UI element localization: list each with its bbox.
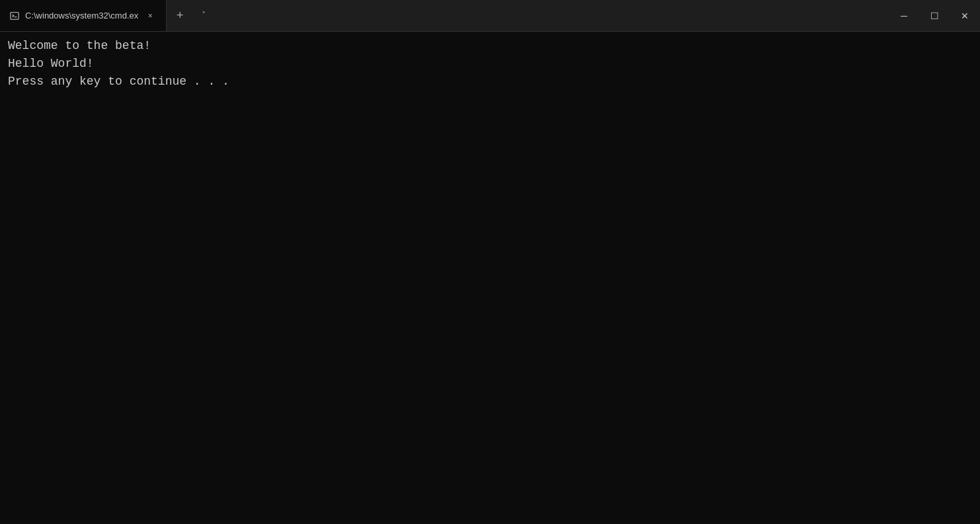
terminal-body[interactable]: Welcome to the beta! Hello World! Press … (0, 32, 980, 524)
window-controls: ─ ☐ ✕ (889, 0, 980, 31)
terminal-window: C:\windows\system32\cmd.ex × + ˅ ─ ☐ ✕ W… (0, 0, 980, 524)
new-tab-button[interactable]: + (167, 0, 193, 31)
terminal-line-1: Welcome to the beta! (8, 37, 972, 55)
cmd-icon (9, 11, 20, 21)
minimize-button[interactable]: ─ (889, 0, 919, 31)
close-window-button[interactable]: ✕ (950, 0, 980, 31)
titlebar: C:\windows\system32\cmd.ex × + ˅ ─ ☐ ✕ (0, 0, 980, 32)
tab-title-text: C:\windows\system32\cmd.ex (25, 11, 138, 21)
maximize-button[interactable]: ☐ (919, 0, 950, 31)
tab-area: C:\windows\system32\cmd.ex × + ˅ (0, 0, 889, 31)
terminal-line-3: Press any key to continue . . . (8, 73, 972, 91)
tab-dropdown-button[interactable]: ˅ (193, 0, 214, 31)
terminal-line-2: Hello World! (8, 55, 972, 73)
tab-close-button[interactable]: × (143, 9, 157, 22)
active-tab[interactable]: C:\windows\system32\cmd.ex × (0, 0, 167, 31)
